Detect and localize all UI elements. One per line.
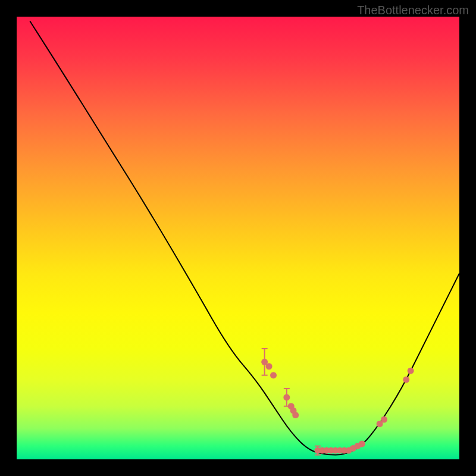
chart-svg [17, 17, 459, 459]
chart-data-point [359, 440, 365, 447]
watermark-text: TheBottlenecker.com [357, 4, 469, 17]
chart-plot-area [17, 17, 459, 459]
chart-markers [261, 349, 414, 455]
chart-data-point [266, 363, 273, 369]
bottleneck-curve [30, 21, 459, 455]
chart-data-point [408, 368, 414, 374]
chart-data-point [270, 372, 277, 378]
chart-data-point [292, 412, 299, 418]
chart-data-point [403, 377, 409, 383]
chart-data-point [381, 416, 387, 423]
